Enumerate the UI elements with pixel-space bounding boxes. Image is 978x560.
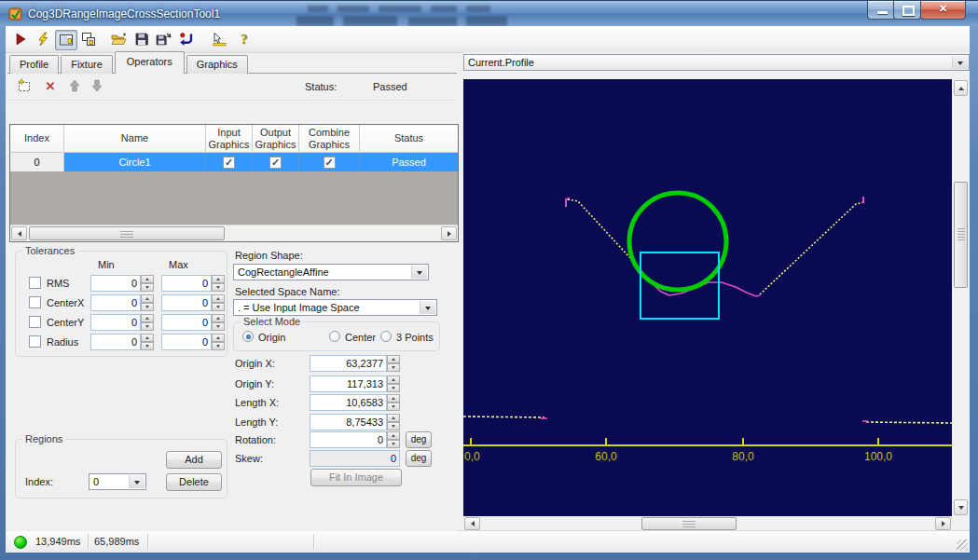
col-header-combine-graphics[interactable]: Combine Graphics <box>299 125 360 153</box>
tab-profile[interactable]: Profile <box>9 55 59 74</box>
scroll-left-button[interactable] <box>11 226 27 240</box>
minimize-button[interactable] <box>867 1 896 20</box>
radius-min-spinner[interactable] <box>141 334 154 350</box>
length-y-field[interactable]: 8,75433 <box>310 414 387 430</box>
length-x-spinbox[interactable]: 10,6583 <box>310 394 400 411</box>
image-panel-toggle-icon[interactable] <box>55 30 77 50</box>
col-header-input-graphics[interactable]: Input Graphics <box>206 125 253 153</box>
scroll-right-button[interactable] <box>441 226 457 240</box>
centery-min-spinner[interactable] <box>141 314 154 331</box>
scrollbar-thumb[interactable] <box>954 182 968 288</box>
rotation-field[interactable]: 0 <box>310 431 387 448</box>
radius-max-field[interactable]: 0 <box>161 334 212 350</box>
centerx-checkbox[interactable]: ✓ <box>29 296 41 308</box>
tab-graphics[interactable]: Graphics <box>186 55 248 74</box>
radius-min-field[interactable]: 0 <box>90 334 141 350</box>
input-graphics-checkbox[interactable]: ✓ <box>223 157 235 169</box>
scroll-right-button[interactable] <box>935 517 951 530</box>
output-graphics-checkbox[interactable]: ✓ <box>269 157 282 169</box>
rms-max-field[interactable]: 0 <box>161 275 212 292</box>
move-up-icon[interactable] <box>65 76 84 95</box>
col-header-output-graphics[interactable]: Output Graphics <box>253 125 299 153</box>
float-window-icon[interactable] <box>79 30 98 48</box>
col-header-index[interactable]: Index <box>10 125 64 153</box>
centerx-min-spinner[interactable] <box>141 294 154 311</box>
dropdown-button[interactable] <box>952 56 968 69</box>
reset-icon[interactable] <box>177 30 196 48</box>
selected-space-combo[interactable]: . = Use Input Image Space <box>233 299 437 316</box>
origin-radio-label[interactable]: Origin <box>258 332 285 343</box>
centerx-max-field[interactable]: 0 <box>161 294 212 311</box>
help-icon[interactable]: ? <box>235 30 254 48</box>
trigger-icon[interactable] <box>34 30 52 48</box>
record-selector-combo[interactable]: Current.Profile <box>463 54 970 71</box>
display-h-scrollbar[interactable] <box>463 516 952 531</box>
centerx-min-field[interactable]: 0 <box>90 294 141 311</box>
centery-checkbox[interactable]: ✓ <box>29 316 41 328</box>
centerx-min-spinbox[interactable]: 0 <box>90 294 154 311</box>
centery-max-field[interactable]: 0 <box>161 314 212 331</box>
save-icon[interactable] <box>132 30 151 48</box>
rotation-spinner[interactable] <box>387 431 400 448</box>
fit-in-image-button[interactable]: Fit In Image <box>310 469 402 486</box>
length-x-field[interactable]: 10,6583 <box>310 394 387 411</box>
length-x-spinner[interactable] <box>387 394 400 411</box>
center-radio-label[interactable]: Center <box>345 332 376 343</box>
col-header-name[interactable]: Name <box>64 125 206 153</box>
region-index-combo[interactable]: 0 <box>89 473 146 490</box>
rotation-spinbox[interactable]: 0 <box>310 431 400 448</box>
three-points-radio[interactable] <box>380 331 392 342</box>
col-header-status[interactable]: Status <box>360 125 458 153</box>
centery-max-spinbox[interactable]: 0 <box>161 314 225 331</box>
dropdown-button[interactable] <box>411 266 427 279</box>
centery-min-field[interactable]: 0 <box>90 314 141 331</box>
display-v-scrollbar[interactable] <box>953 79 969 516</box>
origin-x-spinner[interactable] <box>387 355 400 372</box>
delete-region-button[interactable]: Delete <box>166 473 222 491</box>
profile-graph-display[interactable]: 0,060,080,0100,0 <box>463 79 952 516</box>
origin-y-field[interactable]: 117,313 <box>310 376 387 392</box>
centery-min-spinbox[interactable]: 0 <box>90 314 154 331</box>
radius-checkbox[interactable]: ✓ <box>29 335 41 348</box>
run-icon[interactable] <box>11 30 30 48</box>
move-down-icon[interactable] <box>88 76 106 95</box>
origin-radio[interactable] <box>242 331 254 342</box>
rotation-deg-button[interactable]: deg <box>406 431 432 448</box>
rms-min-spinbox[interactable]: 0 <box>90 275 154 292</box>
electrode-tool-icon[interactable] <box>211 30 229 48</box>
dropdown-button[interactable] <box>129 475 145 488</box>
origin-y-spinbox[interactable]: 117,313 <box>310 376 400 392</box>
radius-min-spinbox[interactable]: 0 <box>90 334 154 350</box>
maximize-button[interactable] <box>893 1 921 20</box>
radius-max-spinner[interactable] <box>212 334 225 350</box>
centerx-max-spinner[interactable] <box>212 294 225 311</box>
length-y-spinner[interactable] <box>387 414 400 430</box>
scroll-up-button[interactable] <box>954 80 968 96</box>
length-y-spinbox[interactable]: 8,75433 <box>310 414 400 430</box>
table-h-scrollbar[interactable] <box>10 225 458 241</box>
scroll-left-button[interactable] <box>464 517 480 530</box>
scroll-down-button[interactable] <box>954 499 968 515</box>
three-points-radio-label[interactable]: 3 Points <box>396 332 434 343</box>
region-shape-combo[interactable]: CogRectangleAffine <box>233 264 429 280</box>
add-region-button[interactable]: Add <box>166 451 222 469</box>
rms-min-spinner[interactable] <box>141 275 154 292</box>
center-radio[interactable] <box>329 331 340 342</box>
tab-operators[interactable]: Operators <box>115 51 185 74</box>
skew-deg-button[interactable]: deg <box>406 450 432 467</box>
origin-x-spinbox[interactable]: 63,2377 <box>310 355 400 372</box>
radius-max-spinbox[interactable]: 0 <box>161 334 225 350</box>
combine-graphics-checkbox[interactable]: ✓ <box>324 157 336 169</box>
new-operator-icon[interactable] <box>15 76 34 95</box>
dropdown-button[interactable] <box>420 301 435 314</box>
rms-max-spinbox[interactable]: 0 <box>161 275 225 292</box>
open-file-icon[interactable] <box>110 30 129 48</box>
tab-fixture[interactable]: Fixture <box>61 55 113 74</box>
origin-y-spinner[interactable] <box>387 376 400 392</box>
rms-min-field[interactable]: 0 <box>90 275 141 292</box>
origin-x-field[interactable]: 63,2377 <box>310 355 387 372</box>
delete-operator-icon[interactable]: ✕ <box>41 76 60 95</box>
rms-checkbox[interactable]: ✓ <box>29 277 41 289</box>
save-as-icon[interactable] <box>155 30 173 48</box>
centerx-max-spinbox[interactable]: 0 <box>161 294 225 311</box>
